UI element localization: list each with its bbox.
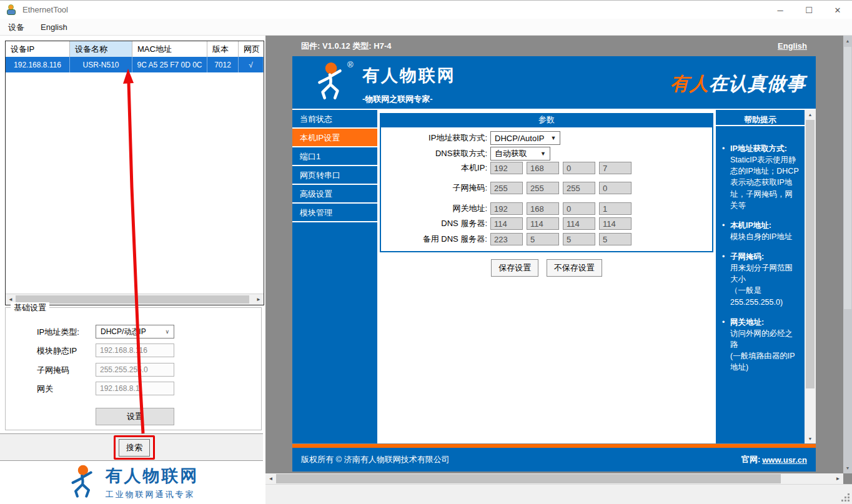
english-link[interactable]: English [778,41,807,51]
scroll-up-icon[interactable]: ▲ [805,110,816,119]
gateway-label: 网关 [37,383,53,395]
device-table: 设备IP 设备名称 MAC地址 版本 网页 192.168.8.116 USR-… [5,41,264,305]
scrollbar-thumb[interactable] [844,47,851,309]
device-ip-cell: 192.168.8.116 [6,57,70,72]
browser-vertical-scrollbar[interactable]: ▲ ▼ [843,36,852,473]
registered-icon: ® [347,60,354,69]
slogan: 有人在认真做事 [670,71,806,97]
local-ip-octet-4 [599,162,632,174]
gateway-field [96,382,174,395]
web-page: 固件: V1.0.12 类型: H7-4 English ® 有人物联网 -物联… [292,37,816,472]
site-link[interactable]: www.usr.cn [762,455,807,465]
help-desc: 用来划分子网范围大小 （一般是 255.255.255.0) [730,262,800,308]
set-button[interactable]: 设置 [96,408,174,425]
device-name-cell: USR-N510 [70,57,132,72]
scroll-left-icon[interactable]: ◄ [265,473,276,484]
window-title: EthernetTool [22,5,68,14]
close-button[interactable]: ✕ [823,1,852,19]
search-button[interactable]: 搜索 [119,439,150,457]
scrollbar-thumb[interactable] [276,474,781,483]
gateway-octet-4 [599,202,632,215]
page-header: ® 有人物联网 -物联网之联网专家- 有人在认真做事 [292,56,816,110]
dns-mode-select[interactable]: 自动获取 ▼ [490,147,550,161]
discard-settings-button[interactable]: 不保存设置 [547,259,602,277]
scroll-up-icon[interactable]: ▲ [843,36,852,46]
menu-item-device[interactable]: 设备 [0,19,32,36]
menu-item-english[interactable]: English [32,19,76,36]
help-term: 本机IP地址: [730,221,771,230]
subnet-mask-field [96,363,174,377]
help-desc: StaticIP表示使用静态的IP地址；DHCP表示动态获取IP地址，子网掩码，… [730,154,800,211]
scroll-down-icon[interactable]: ▼ [843,463,852,473]
page-content: 当前状态 本机IP设置 端口1 网页转串口 高级设置 模块管理 参数 IP地址获… [292,110,816,443]
nav-item-local-ip-settings[interactable]: 本机IP设置 [292,129,377,147]
nav-menu: 当前状态 本机IP设置 端口1 网页转串口 高级设置 模块管理 [292,110,377,443]
backup-dns-octet-3 [563,233,595,245]
copyright-text: 版权所有 © 济南有人物联网技术有限公司 [301,454,450,465]
usr-person-icon [310,61,351,102]
local-ip-label: 本机IP: [381,162,490,174]
logo-subtitle: 工业物联网通讯专家 [106,489,199,500]
help-term: IP地址获取方式: [730,144,787,153]
dns-octet-2 [527,217,559,230]
save-settings-button[interactable]: 保存设置 [491,259,538,277]
usr-person-icon [64,464,101,500]
scrollbar-thumb[interactable] [16,295,249,304]
brand-title: 有人物联网 [362,64,456,87]
help-panel: 帮助提示 • IP地址获取方式: StaticIP表示使用静态的IP地址；DHC… [716,110,805,443]
subnet-octet-3 [563,182,595,194]
dns-octet-3 [563,217,595,230]
dns-octet-1 [490,217,523,230]
search-panel: 搜索 [0,433,263,461]
firmware-bar: 固件: V1.0.12 类型: H7-4 English [292,37,816,54]
title-bar: EthernetTool ─ ☐ ✕ [0,0,852,19]
bullet-icon: • [722,251,730,308]
select-arrow-icon: ▼ [550,135,556,141]
chevron-down-icon: ∨ [165,329,169,335]
help-item: • IP地址获取方式: StaticIP表示使用静态的IP地址；DHCP表示动态… [722,143,800,211]
minimize-button[interactable]: ─ [766,1,795,19]
page-vertical-scrollbar[interactable]: ▲ ▼ [805,110,816,443]
help-item: • 网关地址: 访问外网的必经之路 (一般填路由器的IP地址) [722,317,800,373]
app-icon [6,4,17,16]
ip-type-label: IP地址类型: [37,327,79,338]
nav-item-web-to-serial[interactable]: 网页转串口 [292,166,377,185]
scroll-right-icon[interactable]: ► [833,473,843,484]
menu-bar: 设备 English [0,19,852,36]
static-ip-label: 模块静态IP [37,345,77,357]
table-row[interactable]: 192.168.8.116 USR-N510 9C A5 25 F7 0D 0C… [6,57,264,72]
resize-grip[interactable] [841,493,850,502]
page-footer: 版权所有 © 济南有人物联网技术有限公司 官网: www.usr.cn [292,448,816,472]
params-section-title: 参数 [380,113,713,126]
local-ip-octet-2 [527,162,559,174]
nav-item-advanced-settings[interactable]: 高级设置 [292,185,377,204]
scroll-right-icon[interactable]: ► [254,294,264,305]
ip-type-value: DHCP/动态IP [101,327,146,337]
column-header-name: 设备名称 [70,41,132,57]
scrollbar-thumb[interactable] [806,120,815,388]
settings-main: 参数 IP地址获取方式: DHCP/AutoIP ▼ DNS获取方式: 自动获取 [377,110,716,443]
backup-dns-octet-1 [490,233,523,245]
browser-horizontal-scrollbar[interactable]: ◄ ► [265,473,843,484]
maximize-button[interactable]: ☐ [795,1,823,19]
column-header-version: 版本 [207,41,239,57]
device-panel: 设备IP 设备名称 MAC地址 版本 网页 192.168.8.116 USR-… [0,36,265,504]
scroll-down-icon[interactable]: ▼ [805,434,816,443]
ip-mode-select[interactable]: DHCP/AutoIP ▼ [490,131,560,145]
nav-item-current-status[interactable]: 当前状态 [292,110,377,129]
ip-type-combobox[interactable]: DHCP/动态IP ∨ [96,325,174,338]
firmware-info: 固件: V1.0.12 类型: H7-4 [301,41,392,52]
bullet-icon: • [722,220,730,242]
nav-item-module-management[interactable]: 模块管理 [292,204,377,222]
gateway-octet-1 [490,202,523,215]
params-form: IP地址获取方式: DHCP/AutoIP ▼ DNS获取方式: 自动获取 ▼ [380,126,713,252]
subnet-mask-label: 子网掩码 [37,365,69,376]
help-item: • 子网掩码: 用来划分子网范围大小 （一般是 255.255.255.0) [722,251,800,308]
device-web-cell: √ [239,57,264,72]
column-header-mac: MAC地址 [132,41,207,57]
company-logo: 有人物联网 工业物联网通讯专家 [0,464,263,500]
logo-title: 有人物联网 [106,465,199,487]
basic-settings-groupbox: 基础设置 IP地址类型: DHCP/动态IP ∨ 模块静态IP 子网掩码 网关 … [5,307,262,430]
help-term: 网关地址: [730,318,764,327]
nav-item-port1[interactable]: 端口1 [292,147,377,166]
